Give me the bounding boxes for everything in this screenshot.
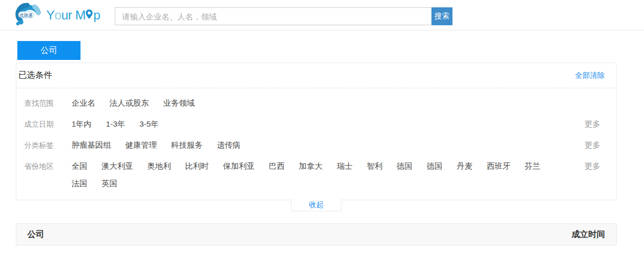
filter-option[interactable]: 澳大利亚 (102, 159, 133, 173)
column-header-company: 公司 (27, 229, 44, 240)
filter-option[interactable]: 瑞士 (337, 159, 353, 173)
filter-option[interactable]: 健康管理 (125, 138, 157, 152)
filter-option[interactable]: 奥地利 (147, 159, 171, 173)
filter-option[interactable]: 芬兰 (525, 159, 540, 173)
svg-text:优脉通: 优脉通 (19, 13, 33, 18)
filter-option[interactable]: 业务领域 (163, 96, 195, 110)
map-pin-icon (86, 7, 93, 22)
filter-options: 企业名法人或股东业务领域 (72, 96, 569, 110)
filter-row-3: 省份地区全国澳大利亚奥地利比利时保加利亚巴西加拿大瑞士智利德国德国丹麦西班牙芬兰… (16, 156, 616, 194)
selected-conditions-title: 已选条件 (18, 70, 52, 81)
filter-option[interactable]: 英国 (102, 177, 117, 190)
collapse-button[interactable]: 收起 (291, 199, 341, 211)
clear-all-link[interactable]: 全部清除 (575, 71, 605, 80)
filter-option[interactable]: 1-3年 (106, 117, 125, 131)
more-link[interactable]: 更多 (569, 159, 617, 173)
top-header: 优脉通 Your Mp 搜索 (0, 0, 644, 30)
filter-option[interactable]: 德国 (397, 159, 412, 173)
search-button[interactable]: 搜索 (431, 7, 452, 25)
column-header-founded: 成立时间 (571, 229, 605, 240)
filter-option[interactable]: 3-5年 (139, 117, 159, 131)
filter-panel: 已选条件 全部清除 查找范围企业名法人或股东业务领域成立日期1年内1-3年3-5… (16, 63, 617, 200)
filter-option[interactable]: 丹麦 (457, 159, 472, 173)
filter-rows: 查找范围企业名法人或股东业务领域成立日期1年内1-3年3-5年更多分类标签肿瘤基… (16, 88, 616, 194)
filter-option[interactable]: 全国 (72, 159, 87, 173)
filter-options: 1年内1-3年3-5年 (72, 117, 569, 131)
filter-option[interactable]: 西班牙 (487, 159, 510, 173)
filter-row-0: 查找范围企业名法人或股东业务领域 (16, 93, 616, 114)
filter-option[interactable]: 加拿大 (299, 159, 323, 173)
filter-label: 查找范围 (16, 96, 72, 110)
more-link[interactable]: 更多 (569, 138, 617, 152)
filter-option[interactable]: 巴西 (269, 159, 285, 173)
filter-option[interactable]: 保加利亚 (223, 159, 255, 173)
filter-option[interactable]: 1年内 (72, 117, 92, 131)
filter-row-1: 成立日期1年内1-3年3-5年更多 (16, 114, 616, 135)
filter-option[interactable]: 遗传病 (217, 138, 240, 152)
tab-company[interactable]: 公司 (17, 41, 80, 60)
search-box: 搜索 (115, 7, 452, 25)
filter-option[interactable]: 法国 (72, 177, 87, 190)
filter-options: 全国澳大利亚奥地利比利时保加利亚巴西加拿大瑞士智利德国德国丹麦西班牙芬兰法国英国 (72, 159, 569, 190)
filter-option[interactable]: 智利 (367, 159, 383, 173)
filter-label: 省份地区 (16, 159, 72, 173)
filter-option[interactable]: 德国 (427, 159, 442, 173)
search-input[interactable] (115, 7, 431, 25)
filter-option[interactable]: 科技服务 (171, 138, 203, 152)
more-link[interactable]: 更多 (569, 117, 617, 131)
filter-option[interactable]: 企业名 (72, 96, 95, 110)
filter-option[interactable]: 法人或股东 (109, 96, 149, 110)
results-table-header: 公司 成立时间 (16, 223, 617, 245)
filter-panel-head: 已选条件 全部清除 (16, 63, 616, 88)
logo[interactable]: 优脉通 Your Mp (14, 4, 100, 27)
filter-label: 成立日期 (16, 117, 72, 131)
filter-option[interactable]: 肿瘤基因组 (72, 138, 111, 152)
filter-row-2: 分类标签肿瘤基因组健康管理科技服务遗传病更多 (16, 135, 616, 156)
logo-wordmark: Your Mp (46, 7, 100, 23)
filter-options: 肿瘤基因组健康管理科技服务遗传病 (72, 138, 569, 152)
logo-swoosh-icon: 优脉通 (14, 2, 45, 28)
filter-label: 分类标签 (16, 138, 72, 152)
filter-option[interactable]: 比利时 (185, 159, 209, 173)
